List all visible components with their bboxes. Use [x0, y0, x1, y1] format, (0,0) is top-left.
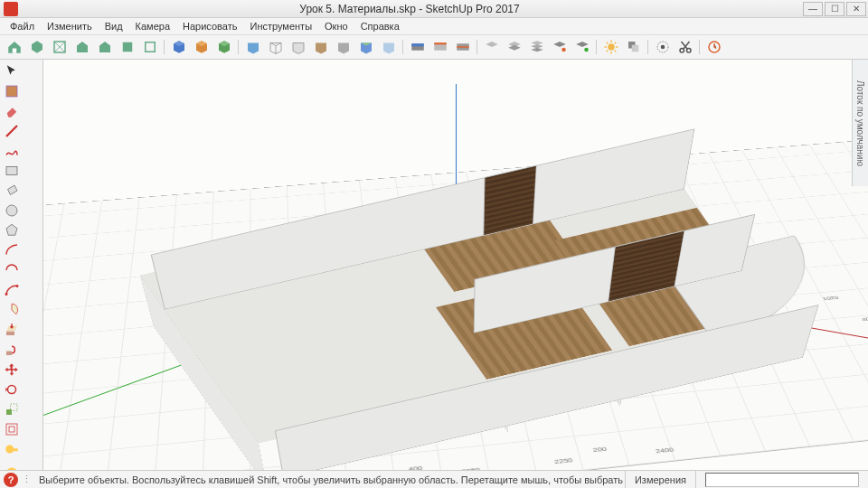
section-plane-icon[interactable]	[407, 36, 429, 58]
svg-rect-12	[632, 45, 639, 52]
dim-12: 4092	[861, 315, 868, 323]
window-title: Урок 5. Материалы.skp - SketchUp Pro 201…	[18, 3, 801, 15]
menu-view[interactable]: Вид	[99, 19, 129, 33]
svg-point-8	[561, 48, 566, 52]
toolbar-top	[0, 34, 868, 60]
svg-rect-19	[6, 167, 17, 175]
toolbar-left: 3' A1 A	[0, 60, 43, 470]
top-view-icon[interactable]	[49, 36, 71, 58]
maximize-button[interactable]: ☐	[825, 2, 844, 16]
rotate-icon[interactable]	[2, 380, 22, 399]
rotated-rect-icon[interactable]	[2, 181, 22, 201]
svg-rect-25	[6, 424, 17, 435]
house-views-icon[interactable]	[4, 36, 25, 58]
style-hidden-icon[interactable]	[288, 36, 309, 58]
close-button[interactable]: ✕	[846, 2, 866, 16]
measurements-label: Измерения	[625, 471, 695, 488]
select-icon[interactable]	[2, 61, 22, 81]
dim-5: 2250	[553, 456, 573, 465]
svg-rect-26	[9, 427, 14, 432]
layer-4-icon[interactable]	[549, 36, 571, 58]
menu-tools[interactable]: Инструменты	[243, 19, 318, 33]
status-hint: Выберите объекты. Воспользуйтесь клавише…	[35, 474, 625, 485]
style-shaded-icon[interactable]	[242, 36, 264, 58]
svg-rect-2	[146, 42, 156, 52]
menu-file[interactable]: Файл	[4, 19, 41, 33]
back-view-icon[interactable]	[117, 36, 138, 58]
viewport-3d[interactable]: до чернового потолка 3000 мм до начала о…	[43, 60, 868, 470]
help-icon[interactable]: ?	[4, 473, 18, 487]
cube-blue-icon[interactable]	[168, 36, 190, 58]
svg-rect-7	[457, 46, 469, 48]
move-icon[interactable]	[2, 360, 22, 380]
hint-grip-icon: ⋮	[22, 474, 35, 485]
menu-edit[interactable]: Изменить	[41, 19, 99, 33]
2pt-arc-icon[interactable]	[2, 260, 22, 280]
rectangle-icon[interactable]	[2, 161, 22, 181]
section-cut-icon[interactable]	[452, 36, 474, 58]
front-view-icon[interactable]	[71, 36, 93, 58]
statusbar: ? ⋮ Выберите объекты. Воспользуйтесь кла…	[0, 470, 868, 488]
dim-6: 200	[592, 446, 608, 454]
svg-rect-23	[6, 409, 12, 415]
make-component-icon[interactable]	[2, 81, 22, 101]
left-view-icon[interactable]	[139, 36, 161, 58]
svg-point-21	[5, 293, 8, 296]
menu-draw[interactable]: Нарисовать	[176, 19, 243, 33]
layer-5-icon[interactable]	[571, 36, 593, 58]
sun-icon[interactable]	[600, 36, 622, 58]
menu-camera[interactable]: Камера	[129, 19, 176, 33]
eraser-icon[interactable]	[2, 101, 22, 121]
titlebar: Урок 5. Материалы.skp - SketchUp Pro 201…	[0, 0, 868, 18]
freehand-icon[interactable]	[2, 141, 22, 161]
layer-3-icon[interactable]	[526, 36, 548, 58]
app-icon	[4, 2, 18, 16]
svg-rect-18	[6, 86, 17, 97]
polygon-icon[interactable]	[2, 221, 22, 240]
dim-7: 2400	[655, 446, 675, 455]
house-iso-icon[interactable]	[26, 36, 48, 58]
svg-point-14	[661, 45, 665, 50]
right-view-icon[interactable]	[94, 36, 116, 58]
shadow-icon[interactable]	[623, 36, 645, 58]
tray-tab[interactable]: Лоток по умолчанию	[852, 60, 868, 186]
circle-icon[interactable]	[2, 201, 22, 221]
3pt-arc-icon[interactable]	[2, 280, 22, 300]
layer-2-icon[interactable]	[504, 36, 525, 58]
svg-rect-4	[411, 43, 424, 46]
svg-point-22	[16, 285, 19, 287]
followme-icon[interactable]	[2, 340, 22, 360]
cube-orange-icon[interactable]	[191, 36, 212, 58]
svg-point-10	[608, 43, 615, 51]
offset-icon[interactable]	[2, 419, 22, 439]
svg-rect-1	[123, 42, 133, 52]
section-display-icon[interactable]	[429, 36, 451, 58]
tape-icon[interactable]	[2, 439, 22, 459]
clock-icon[interactable]	[703, 36, 725, 58]
line-icon[interactable]	[2, 121, 22, 141]
select-circle-icon[interactable]	[652, 36, 674, 58]
scale-icon[interactable]	[2, 399, 22, 419]
menu-help[interactable]: Справка	[354, 19, 406, 33]
pie-icon[interactable]	[2, 300, 22, 320]
measurements-input[interactable]	[705, 473, 859, 487]
svg-point-20	[6, 205, 17, 216]
cube-green-icon[interactable]	[213, 36, 235, 58]
style-wireframe-icon[interactable]	[265, 36, 287, 58]
minimize-button[interactable]: —	[803, 2, 823, 16]
pushpull-icon[interactable]	[2, 320, 22, 340]
arc-icon[interactable]	[2, 240, 22, 260]
menubar: Файл Изменить Вид Камера Нарисовать Инст…	[0, 18, 868, 34]
svg-rect-28	[13, 448, 18, 451]
scissors-icon[interactable]	[675, 36, 696, 58]
svg-point-9	[584, 48, 589, 52]
style-texture-icon[interactable]	[310, 36, 332, 58]
style-xray-icon[interactable]	[378, 36, 400, 58]
menu-window[interactable]: Окно	[318, 19, 354, 33]
layer-1-icon[interactable]	[481, 36, 503, 58]
style-monochrome-icon[interactable]	[333, 36, 354, 58]
style-color-icon[interactable]	[355, 36, 377, 58]
dim-13: 1020	[821, 295, 839, 301]
